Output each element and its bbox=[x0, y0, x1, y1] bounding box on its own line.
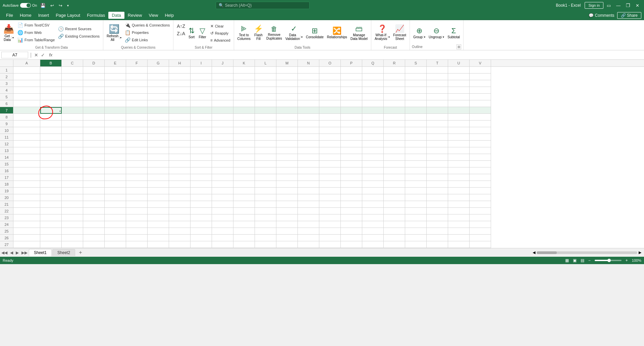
cell-N23[interactable] bbox=[298, 214, 319, 221]
cell-K17[interactable] bbox=[233, 174, 255, 181]
cell-dropdown-icon[interactable]: ▾ bbox=[59, 110, 61, 113]
cell-E24[interactable] bbox=[105, 221, 126, 228]
cell-G16[interactable] bbox=[148, 167, 169, 174]
cell-F24[interactable] bbox=[126, 221, 148, 228]
cell-I14[interactable] bbox=[191, 154, 212, 161]
cell-T13[interactable] bbox=[427, 147, 448, 154]
cell-C5[interactable] bbox=[62, 94, 83, 100]
cell-M13[interactable] bbox=[276, 147, 298, 154]
cell-I4[interactable] bbox=[191, 87, 212, 94]
cell-L27[interactable] bbox=[255, 241, 276, 248]
cell-C24[interactable] bbox=[62, 221, 83, 228]
cell-J26[interactable] bbox=[212, 235, 233, 241]
cell-L17[interactable] bbox=[255, 174, 276, 181]
cell-B19[interactable] bbox=[40, 188, 62, 194]
cell-Q3[interactable] bbox=[362, 80, 384, 87]
cell-F2[interactable] bbox=[126, 73, 148, 80]
cell-P4[interactable] bbox=[341, 87, 362, 94]
cell-H23[interactable] bbox=[169, 214, 191, 221]
cell-T27[interactable] bbox=[427, 241, 448, 248]
col-header-H[interactable]: H bbox=[169, 60, 191, 66]
cell-L11[interactable] bbox=[255, 134, 276, 141]
cell-U15[interactable] bbox=[448, 161, 470, 167]
cell-D1[interactable] bbox=[83, 67, 105, 73]
minimize-button[interactable]: — bbox=[614, 2, 623, 9]
comments-button[interactable]: 💬 Comments bbox=[586, 12, 617, 18]
cell-B18[interactable] bbox=[40, 181, 62, 188]
cell-P26[interactable] bbox=[341, 235, 362, 241]
cell-O14[interactable] bbox=[319, 154, 341, 161]
cell-M7[interactable] bbox=[276, 107, 298, 114]
autosave-pill[interactable] bbox=[20, 3, 31, 8]
cell-D23[interactable] bbox=[83, 214, 105, 221]
cell-S15[interactable] bbox=[405, 161, 427, 167]
cell-N25[interactable] bbox=[298, 228, 319, 235]
ungroup-button[interactable]: ⊖ Ungroup ▾ bbox=[427, 21, 445, 44]
menu-file[interactable]: File bbox=[3, 12, 16, 19]
cell-O9[interactable] bbox=[319, 120, 341, 127]
close-button[interactable]: ✕ bbox=[634, 2, 641, 9]
cell-G19[interactable] bbox=[148, 188, 169, 194]
cell-N20[interactable] bbox=[298, 194, 319, 201]
properties-button[interactable]: 📋 Properties bbox=[123, 29, 171, 36]
cell-F18[interactable] bbox=[126, 181, 148, 188]
sheet-nav-prev[interactable]: ◀ bbox=[9, 250, 14, 256]
cell-M12[interactable] bbox=[276, 141, 298, 147]
cell-H8[interactable] bbox=[169, 114, 191, 120]
cell-D5[interactable] bbox=[83, 94, 105, 100]
cell-S2[interactable] bbox=[405, 73, 427, 80]
cell-R5[interactable] bbox=[384, 94, 405, 100]
share-button[interactable]: 🔗 Share bbox=[617, 12, 641, 19]
cell-A19[interactable] bbox=[13, 188, 40, 194]
cell-B13[interactable] bbox=[40, 147, 62, 154]
cell-H10[interactable] bbox=[169, 127, 191, 134]
cell-G2[interactable] bbox=[148, 73, 169, 80]
cell-E10[interactable] bbox=[105, 127, 126, 134]
cell-A23[interactable] bbox=[13, 214, 40, 221]
cell-D7[interactable] bbox=[83, 107, 105, 114]
relationships-button[interactable]: 🔀 Relationships bbox=[326, 21, 348, 44]
cell-O16[interactable] bbox=[319, 167, 341, 174]
col-header-M[interactable]: M bbox=[276, 60, 298, 66]
cell-H27[interactable] bbox=[169, 241, 191, 248]
cell-G24[interactable] bbox=[148, 221, 169, 228]
cell-R18[interactable] bbox=[384, 181, 405, 188]
cell-I10[interactable] bbox=[191, 127, 212, 134]
cell-N12[interactable] bbox=[298, 141, 319, 147]
cell-H25[interactable] bbox=[169, 228, 191, 235]
cell-N17[interactable] bbox=[298, 174, 319, 181]
cell-K11[interactable] bbox=[233, 134, 255, 141]
cell-R16[interactable] bbox=[384, 167, 405, 174]
grid[interactable]: ▾ bbox=[13, 67, 491, 248]
clear-button[interactable]: ✕ Clear bbox=[209, 23, 232, 29]
cell-H5[interactable] bbox=[169, 94, 191, 100]
menu-help[interactable]: Help bbox=[161, 12, 177, 19]
menu-home[interactable]: Home bbox=[16, 12, 35, 19]
cell-B5[interactable] bbox=[40, 94, 62, 100]
cell-N10[interactable] bbox=[298, 127, 319, 134]
cell-V21[interactable] bbox=[470, 201, 491, 208]
cell-A22[interactable] bbox=[13, 208, 40, 214]
cell-Q13[interactable] bbox=[362, 147, 384, 154]
cell-G10[interactable] bbox=[148, 127, 169, 134]
cell-U18[interactable] bbox=[448, 181, 470, 188]
row-num-11[interactable]: 11 bbox=[0, 134, 13, 141]
cell-R7[interactable] bbox=[384, 107, 405, 114]
cell-P9[interactable] bbox=[341, 120, 362, 127]
cell-K4[interactable] bbox=[233, 87, 255, 94]
cell-G21[interactable] bbox=[148, 201, 169, 208]
cell-M19[interactable] bbox=[276, 188, 298, 194]
queries-connections-button[interactable]: 🔌 Queries & Connections bbox=[123, 22, 171, 29]
cell-S5[interactable] bbox=[405, 94, 427, 100]
customize-qat-button[interactable]: ▾ bbox=[66, 3, 70, 8]
edit-links-button[interactable]: 🔗 Edit Links bbox=[123, 37, 171, 43]
row-num-16[interactable]: 16 bbox=[0, 167, 13, 174]
cell-A7[interactable] bbox=[13, 107, 40, 114]
cell-I15[interactable] bbox=[191, 161, 212, 167]
cell-E17[interactable] bbox=[105, 174, 126, 181]
scroll-right-button[interactable]: ▶ bbox=[639, 250, 641, 255]
cell-I6[interactable] bbox=[191, 100, 212, 107]
recent-sources-button[interactable]: 🕒 Recent Sources bbox=[57, 26, 101, 32]
sort-az-button[interactable]: A↑Z bbox=[175, 23, 186, 30]
view-page-break-button[interactable]: ▤ bbox=[581, 258, 584, 263]
